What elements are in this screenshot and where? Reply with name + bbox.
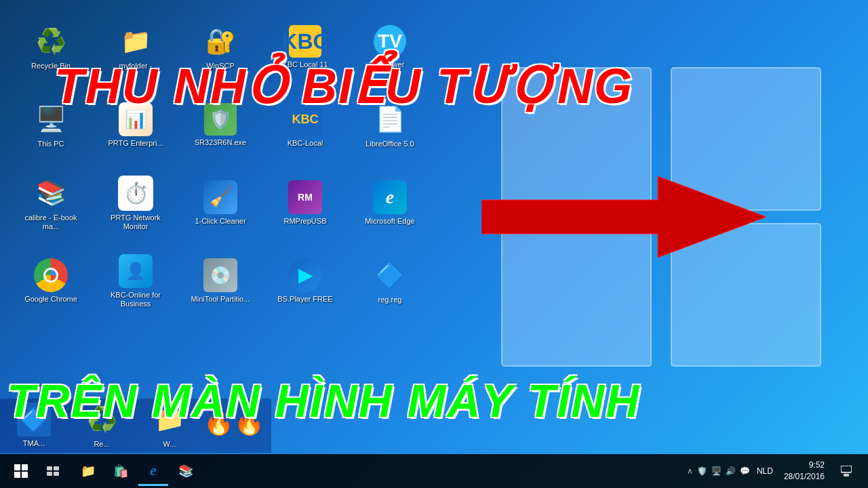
task-view-icon	[47, 466, 59, 476]
desktop-icon-chrome[interactable]: Google Chrome	[14, 247, 88, 315]
prtg-monitor-icon: ⏱️	[118, 176, 153, 211]
1click-label: 1-Click Cleaner	[195, 217, 245, 226]
kbc-online-icon: 👤	[119, 254, 153, 288]
start-button[interactable]	[5, 455, 37, 487]
rec-label: Re...	[94, 440, 109, 449]
bsplayer-label: BS.Player FREE	[277, 295, 332, 304]
rmprepusb-label: RMPrepUSB	[284, 217, 327, 226]
svg-rect-9	[47, 466, 52, 470]
desktop-icon-rmprepusb[interactable]: RM RMPrepUSB	[268, 169, 342, 237]
prtg-label: PRTG Enterpri...	[108, 139, 163, 148]
system-tray: ∧ 🛡️ 🖥️ 🔊 💬 NLD	[687, 466, 773, 476]
tmao-label: TMA...	[23, 439, 45, 448]
kbc-online-label: KBC-Online for Business	[102, 291, 170, 308]
svg-rect-6	[22, 464, 28, 470]
svg-rect-7	[14, 472, 20, 478]
task-view-button[interactable]	[38, 456, 68, 486]
desktop-icon-prtg-monitor[interactable]: ⏱️ PRTG Network Monitor	[98, 169, 173, 237]
desktop-icon-calibre[interactable]: 📚 calibre - E-book ma...	[14, 169, 88, 237]
svg-rect-14	[844, 474, 849, 476]
bsplayer-icon: ▶	[288, 258, 322, 292]
taskbar-library-button[interactable]: 📚	[171, 456, 201, 486]
taskbar-folder-button[interactable]: 📁	[73, 456, 103, 486]
calibre-icon: 📚	[33, 176, 68, 211]
desktop-icon-kbc-online[interactable]: 👤 KBC-Online for Business	[98, 247, 173, 315]
taskbar-store-button[interactable]: 🛍️	[106, 456, 136, 486]
desktop: ♻️ Recycle Bin 📁 myfolder - 🔐 WinSCP KBC…	[0, 0, 868, 488]
taskbar-time: 9:52	[784, 460, 825, 471]
svg-rect-11	[47, 472, 52, 476]
desktop-icon-edge[interactable]: e Microsoft Edge	[353, 169, 427, 237]
chrome-icon	[34, 258, 68, 292]
minitool-icon: 💿	[203, 258, 237, 292]
action-center-button[interactable]	[831, 456, 861, 486]
kbc-local-11-icon: KBC	[289, 25, 321, 58]
myfolder-icon: 📁	[118, 24, 153, 59]
taskbar-ie-button[interactable]: e	[138, 456, 168, 486]
libreoffice-label: LibreOffice 5.0	[366, 140, 414, 148]
reg-icon: 🔷	[372, 258, 408, 293]
desktop-icon-bsplayer[interactable]: ▶ BS.Player FREE	[268, 247, 342, 315]
svg-rect-10	[54, 466, 59, 470]
calibre-label: calibre - E-book ma...	[17, 214, 85, 231]
tray-user: NLD	[757, 466, 773, 476]
taskbar-date: 28/01/2016	[784, 471, 825, 483]
winscp-icon: 🔐	[203, 24, 238, 59]
edge-label: Microsoft Edge	[365, 217, 414, 226]
desktop-icon-reg[interactable]: 🔷 reg.reg	[353, 247, 427, 315]
reg-label: reg.reg	[378, 296, 402, 304]
desktop-icon-minitool[interactable]: 💿 MiniTool Partitio...	[183, 247, 258, 315]
edge-icon: e	[373, 180, 407, 214]
teamviewer-icon: TV	[374, 25, 406, 58]
1click-icon: 🧹	[203, 180, 237, 214]
tray-antivirus-icon: 🛡️	[697, 466, 707, 476]
tray-display-icon: 🖥️	[711, 466, 722, 476]
overlay-bottom-text: TRÊN MÀN HÌNH MÁY TÍNH	[7, 374, 640, 427]
red-arrow	[481, 176, 766, 258]
taskbar-clock[interactable]: 9:52 28/01/2016	[778, 460, 830, 483]
kbc-local-label: KBC-Local	[288, 139, 323, 148]
svg-rect-8	[22, 472, 28, 478]
taskbar: 📁 🛍️ e 📚 ∧ 🛡️ 🖥️ 🔊 💬 NLD 9:52 28/01/2016	[0, 454, 868, 488]
this-pc-label: This PC	[37, 140, 64, 148]
action-center-icon	[841, 466, 852, 476]
tray-message-icon[interactable]: 💬	[740, 466, 750, 476]
sr323r6n-label: SR323R6N.exe	[195, 138, 246, 147]
recycle-bin-icon: ♻️	[33, 24, 68, 59]
svg-rect-12	[54, 472, 59, 476]
taskbar-pinned-apps: 📁 🛍️ e 📚	[72, 456, 202, 486]
svg-marker-4	[481, 176, 766, 258]
windows-start-icon	[14, 464, 28, 478]
minitool-label: MiniTool Partitio...	[191, 295, 250, 304]
tray-volume-icon[interactable]: 🔊	[726, 466, 736, 476]
rmprepusb-icon: RM	[288, 180, 322, 214]
chrome-label: Google Chrome	[24, 295, 77, 304]
svg-rect-5	[14, 464, 20, 470]
desktop-icon-1click[interactable]: 🧹 1-Click Cleaner	[183, 169, 258, 237]
win-label: W...	[163, 440, 176, 449]
overlay-top-text: THU NHỎ BIỂU TƯỢNG	[54, 58, 633, 115]
prtg-monitor-label: PRTG Network Monitor	[102, 214, 170, 231]
svg-rect-13	[841, 466, 852, 472]
tray-arrow[interactable]: ∧	[687, 466, 693, 476]
